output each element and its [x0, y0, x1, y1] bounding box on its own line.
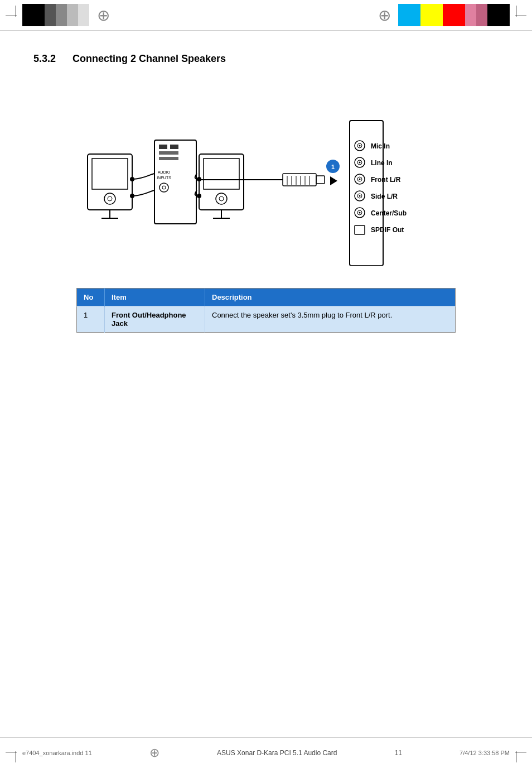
col-header-no: No	[77, 289, 105, 306]
crosshair-right: ⊕	[370, 4, 398, 26]
svg-marker-33	[330, 176, 337, 185]
section-heading: Connecting 2 Channel Speakers	[72, 53, 226, 65]
table-row: 1 Front Out/Headphone Jack Connect the s…	[77, 306, 456, 333]
section-number: 5.3.2	[33, 53, 56, 65]
top-bar: ⊕ ⊕	[0, 0, 532, 31]
svg-rect-32	[316, 176, 325, 184]
col-header-description: Description	[205, 289, 456, 306]
swatch-red	[443, 4, 465, 26]
svg-rect-25	[283, 174, 316, 186]
svg-text:AUDIO: AUDIO	[158, 170, 171, 174]
bottom-bar: e7404_xonarkara.indd 11 ⊕ ASUS Xonar D-K…	[0, 737, 532, 768]
col-header-item: Item	[105, 289, 205, 306]
svg-text:Side L/R: Side L/R	[371, 193, 398, 200]
svg-point-3	[108, 196, 112, 201]
svg-rect-15	[159, 151, 178, 155]
footer-title: ASUS Xonar D-Kara PCI 5.1 Audio Card	[217, 749, 337, 757]
svg-text:INPUTS: INPUTS	[157, 176, 171, 180]
swatch-pink	[465, 4, 476, 26]
swatch-darkgray	[45, 4, 56, 26]
svg-point-2	[104, 193, 115, 204]
bottom-crosshair: ⊕	[149, 746, 159, 760]
svg-point-8	[216, 193, 227, 204]
svg-point-49	[359, 179, 361, 180]
svg-point-22	[130, 194, 134, 198]
top-bar-right-swatches: ⊕	[370, 4, 510, 26]
svg-rect-7	[204, 159, 239, 189]
section-title: 5.3.2 Connecting 2 Channel Speakers	[33, 53, 499, 65]
top-bar-left-swatches: ⊕	[22, 4, 117, 26]
swatch-yellow	[420, 4, 443, 26]
cell-desc-1: Connect the speaker set's 3.5mm plug to …	[205, 306, 456, 333]
svg-text:Front L/R: Front L/R	[371, 176, 401, 184]
cell-item-1: Front Out/Headphone Jack	[105, 306, 205, 333]
svg-point-24	[197, 194, 201, 198]
swatch-cyan	[398, 4, 420, 26]
svg-point-45	[359, 162, 361, 164]
svg-point-19	[159, 183, 168, 192]
main-content: 5.3.2 Connecting 2 Channel Speakers	[0, 31, 532, 737]
swatch-gray	[56, 4, 67, 26]
diagram-svg: AUDIO INPUTS	[76, 87, 456, 266]
diagram-area: AUDIO INPUTS	[33, 81, 499, 271]
svg-point-21	[130, 177, 134, 181]
svg-text:Center/Sub: Center/Sub	[371, 209, 407, 217]
svg-text:SPDIF Out: SPDIF Out	[371, 226, 404, 234]
swatch-black2	[487, 4, 510, 26]
svg-rect-0	[88, 154, 132, 210]
svg-line-61	[337, 179, 354, 180]
svg-text:1: 1	[331, 164, 335, 170]
svg-rect-16	[159, 157, 178, 160]
svg-point-9	[219, 196, 224, 201]
crosshair-left: ⊕	[89, 4, 117, 26]
svg-point-53	[359, 195, 361, 197]
svg-rect-6	[199, 154, 244, 210]
swatch-rose	[476, 4, 487, 26]
svg-point-20	[162, 186, 166, 189]
svg-point-57	[359, 212, 361, 214]
svg-rect-13	[159, 145, 167, 149]
cell-no-1: 1	[77, 306, 105, 333]
svg-text:Mic In: Mic In	[371, 142, 390, 150]
svg-rect-59	[355, 225, 365, 234]
svg-rect-1	[92, 159, 128, 189]
page-number: 11	[395, 749, 402, 757]
svg-text:Line In: Line In	[371, 159, 393, 167]
table-body: 1 Front Out/Headphone Jack Connect the s…	[77, 306, 456, 333]
swatch-verylightgray	[78, 4, 89, 26]
swatch-lightgray	[67, 4, 78, 26]
svg-rect-14	[170, 145, 178, 149]
swatch-black	[22, 4, 45, 26]
svg-point-41	[359, 145, 361, 147]
bottom-timestamp: 7/4/12 3:33:58 PM	[460, 750, 510, 756]
info-table: No Item Description 1 Front Out/Headphon…	[76, 288, 456, 333]
table-header: No Item Description	[77, 289, 456, 306]
bottom-filename: e7404_xonarkara.indd 11	[22, 750, 92, 756]
